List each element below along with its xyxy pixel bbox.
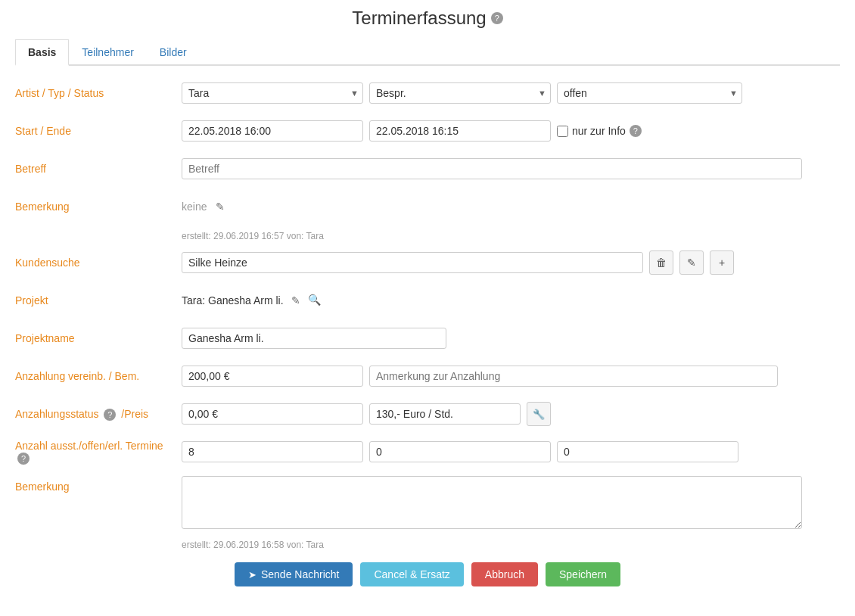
start-input[interactable] (182, 120, 363, 142)
anzahlung-label: Anzahlung vereinb. / Bem. (15, 370, 182, 382)
artist-select[interactable]: Tara (182, 82, 363, 104)
bemerkung2-label: Bemerkung (15, 476, 182, 493)
bemerkung-static-row: Bemerkung keine ✎ (15, 193, 840, 220)
created-info-2: erstellt: 29.06.2019 16:58 von: Tara (182, 540, 840, 550)
tabs-row: Basis Teilnehmer Bilder (15, 39, 840, 66)
projektname-row: Projektname (15, 325, 840, 352)
projekt-pencil-icon[interactable]: ✎ (288, 293, 303, 308)
anzahlung-input[interactable] (182, 366, 363, 387)
anzahlung-row: Anzahlung vereinb. / Bem. (15, 362, 840, 390)
nur-zur-info-help-icon[interactable]: ? (630, 125, 642, 137)
betreff-row: Betreff (15, 155, 840, 182)
kundensuche-label: Kundensuche (15, 257, 182, 269)
bemerkung-textarea[interactable] (182, 476, 802, 529)
title-help-icon[interactable]: ? (491, 12, 503, 24)
abbruch-button[interactable]: Abbruch (471, 562, 538, 586)
typ-select-wrapper: Bespr. ▼ (369, 82, 551, 104)
projektname-input[interactable] (182, 328, 446, 349)
tab-basis[interactable]: Basis (15, 39, 69, 66)
artist-select-wrapper: Tara ▼ (182, 82, 363, 104)
projekt-value: Tara: Ganesha Arm li. ✎ 🔍 (182, 293, 322, 308)
artist-typ-status-label: Artist / Typ / Status (15, 87, 182, 99)
tab-teilnehmer[interactable]: Teilnehmer (69, 39, 146, 66)
bemerkung-static-label: Bemerkung (15, 201, 182, 213)
created-info-1: erstellt: 29.06.2019 16:57 von: Tara (182, 231, 840, 241)
nur-zur-info-label: nur zur Info ? (557, 125, 642, 137)
page-title: Terminerfassung (352, 8, 486, 29)
status-select[interactable]: offen (557, 82, 742, 104)
footer-buttons: ➤ Sende Nachricht Cancel & Ersatz Abbruc… (15, 562, 840, 586)
termine-erl-input[interactable] (557, 441, 738, 462)
bemerkung-static-value: keine (182, 201, 207, 213)
preis-input[interactable] (369, 403, 521, 425)
anzahlungsstatus-help-icon[interactable]: ? (104, 409, 116, 421)
bemerkung-pencil-icon[interactable]: ✎ (213, 199, 228, 214)
kundensuche-row: Kundensuche 🗑 ✎ + (15, 249, 840, 276)
typ-select[interactable]: Bespr. (369, 82, 551, 104)
preis-wrench-btn[interactable]: 🔧 (527, 402, 551, 426)
termine-offen-input[interactable] (369, 441, 551, 462)
sende-nachricht-button[interactable]: ➤ Sende Nachricht (235, 562, 353, 586)
status-select-wrapper: offen ▼ (557, 82, 742, 104)
speichern-button[interactable]: Speichern (546, 562, 620, 586)
kundensuche-input[interactable] (182, 252, 643, 273)
betreff-input[interactable] (182, 158, 802, 179)
tab-bilder[interactable]: Bilder (147, 39, 200, 66)
projekt-search-icon[interactable]: 🔍 (308, 294, 322, 307)
anzahlungsstatus-row: Anzahlungsstatus ? /Preis 🔧 (15, 400, 840, 428)
anzahl-termine-row: Anzahl ausst./offen/erl. Termine ? (15, 438, 840, 465)
anmerkung-input[interactable] (369, 366, 778, 387)
cancel-ersatz-button[interactable]: Cancel & Ersatz (360, 562, 463, 586)
kundensuche-trash-btn[interactable]: 🗑 (649, 250, 673, 275)
betreff-label: Betreff (15, 163, 182, 175)
artist-typ-status-row: Artist / Typ / Status Tara ▼ Bespr. ▼ of… (15, 79, 840, 107)
nur-zur-info-checkbox[interactable] (557, 126, 568, 137)
start-ende-label: Start / Ende (15, 125, 182, 137)
anzahlungsstatus-input[interactable] (182, 403, 363, 425)
projekt-row: Projekt Tara: Ganesha Arm li. ✎ 🔍 (15, 287, 840, 314)
kundensuche-add-btn[interactable]: + (710, 250, 734, 275)
projekt-label: Projekt (15, 294, 182, 306)
projektname-label: Projektname (15, 332, 182, 344)
anzahlungsstatus-label: Anzahlungsstatus ? /Preis (15, 408, 182, 421)
bemerkung-textarea-row: Bemerkung (15, 476, 840, 529)
send-icon: ➤ (248, 569, 256, 580)
start-ende-row: Start / Ende nur zur Info ? (15, 117, 840, 145)
anzahl-termine-label: Anzahl ausst./offen/erl. Termine ? (15, 440, 182, 465)
termine-ausst-input[interactable] (182, 441, 363, 462)
anzahl-termine-help-icon[interactable]: ? (17, 453, 30, 465)
kundensuche-edit-btn[interactable]: ✎ (679, 250, 704, 275)
ende-input[interactable] (369, 120, 551, 142)
